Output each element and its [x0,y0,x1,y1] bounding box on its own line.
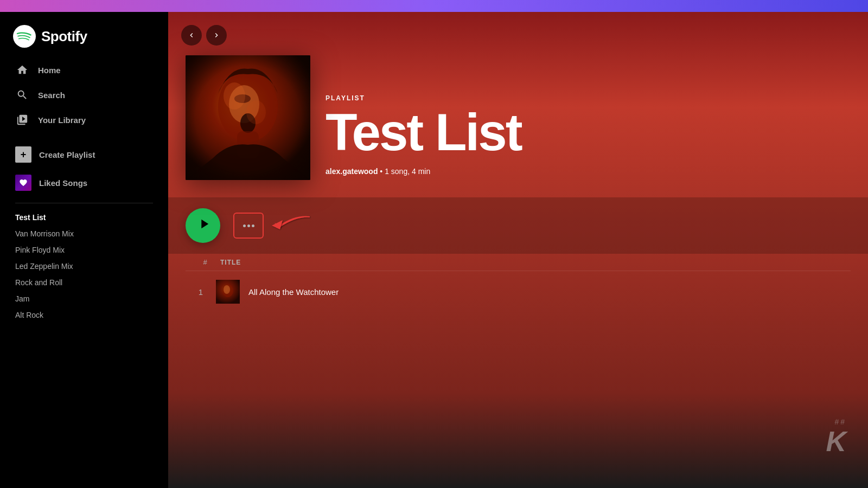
hero-section: PLAYLIST Test List alex.gatewood • 1 son… [168,12,868,197]
track-list-header: # TITLE [186,254,851,271]
spotify-logo-icon [13,25,36,48]
search-icon [15,88,29,102]
track-header-num: # [194,258,216,266]
playlist-info: PLAYLIST Test List alex.gatewood • 1 son… [326,94,851,180]
playlist-jam-label: Jam [15,294,29,303]
spotify-logo-text: Spotify [41,28,87,45]
sidebar-item-library-label: Your Library [38,115,86,125]
nav-back-button[interactable] [181,25,202,46]
svg-point-15 [224,285,230,294]
track-thumb-art [216,280,240,304]
dot-2 [247,224,250,227]
track-header-title-label: TITLE [220,259,842,266]
spotify-logo[interactable]: Spotify [0,12,168,57]
table-row[interactable]: 1 All Along the Watchtower [186,275,851,308]
main-content: PLAYLIST Test List alex.gatewood • 1 son… [168,12,868,488]
playlist-owner: alex.gatewood [326,167,378,176]
top-gradient-bar [0,0,868,12]
liked-songs-icon [15,175,31,191]
k-watermark: K [826,427,846,455]
svg-point-0 [13,25,36,48]
cover-art [186,55,310,180]
sidebar-item-home-label: Home [38,66,61,75]
play-triangle-icon [196,216,212,232]
playlist-meta: alex.gatewood • 1 song, 4 min [326,167,851,176]
playlist-cover [186,55,310,180]
dot-3 [252,224,254,227]
playlist-van-morrison-label: Van Morrison Mix [15,229,74,238]
svg-marker-11 [272,220,283,229]
track-number: 1 [194,287,207,297]
sidebar-liked-songs[interactable]: Liked Songs [9,169,159,196]
playlist-item-rock-and-roll[interactable]: Rock and Roll [15,275,153,290]
create-playlist-label: Create Playlist [39,150,95,159]
sidebar-item-search[interactable]: Search [9,82,159,107]
nav-forward-button[interactable] [206,25,227,46]
sidebar-item-home[interactable]: Home [9,57,159,82]
sidebar: Spotify Home Search [0,12,168,488]
playlist-alt-rock-label: Alt Rock [15,311,43,319]
playlist-item-alt-rock[interactable]: Alt Rock [15,307,153,323]
nav-buttons [181,25,227,46]
app-container: Spotify Home Search [0,12,868,488]
red-arrow-annotation [264,212,312,239]
playlist-item-pink-floyd[interactable]: Pink Floyd Mix [15,242,153,258]
playlist-song-count: • [380,167,385,176]
more-options-button[interactable] [233,213,264,239]
playlist-item-van-morrison[interactable]: Van Morrison Mix [15,226,153,241]
home-icon [15,63,29,77]
chevron-left-icon [187,31,196,40]
playlist-item-led-zeppelin[interactable]: Led Zeppelin Mix [15,259,153,274]
track-thumbnail [216,280,240,304]
playlist-item-jam[interactable]: Jam [15,291,153,306]
dot-1 [243,224,246,227]
sidebar-playlists: Test List Van Morrison Mix Pink Floyd Mi… [0,210,168,323]
playlist-rock-and-roll-label: Rock and Roll [15,278,62,287]
playlist-title: Test List [326,106,851,158]
track-list: # TITLE 1 All Along the Watchtower [168,254,868,308]
sidebar-create-playlist[interactable]: + Create Playlist [9,141,159,168]
chevron-right-icon [212,31,221,40]
play-button[interactable] [186,208,220,243]
playlist-item-test-list[interactable]: Test List [15,210,153,225]
sidebar-divider [15,203,153,203]
playlist-song-info: 1 song, 4 min [385,167,430,176]
playlist-type-label: PLAYLIST [326,94,851,102]
playlist-pink-floyd-label: Pink Floyd Mix [15,246,65,254]
k-dots-decoration: ## [826,418,846,426]
sidebar-item-search-label: Search [38,91,65,100]
track-title: All Along the Watchtower [248,287,339,297]
playlist-test-list-label: Test List [15,213,46,222]
k-watermark-container: ## K [826,418,846,455]
liked-songs-label: Liked Songs [39,178,87,188]
sidebar-actions: + Create Playlist Liked Songs [0,132,168,196]
sidebar-nav: Home Search Your Library [0,57,168,132]
sidebar-item-library[interactable]: Your Library [9,107,159,132]
svg-rect-10 [186,55,310,180]
play-icon [196,216,212,235]
controls-section [168,197,868,254]
arrow-annotation [233,212,312,239]
playlist-led-zeppelin-label: Led Zeppelin Mix [15,262,73,271]
create-playlist-icon: + [15,146,31,163]
library-icon [15,113,29,127]
